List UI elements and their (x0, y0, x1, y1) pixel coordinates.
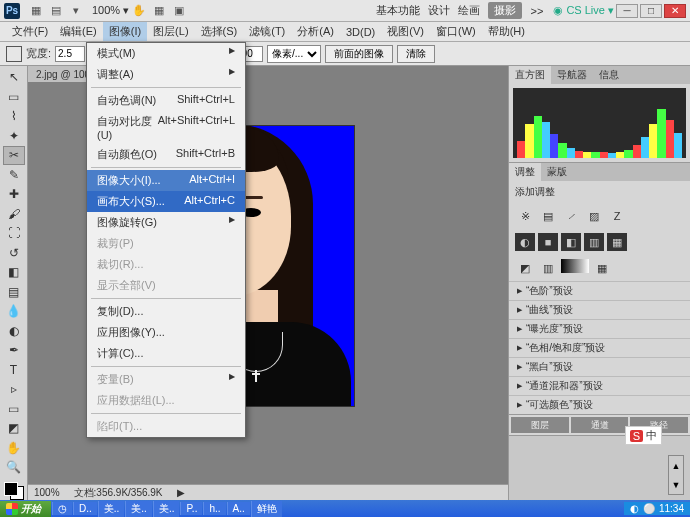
menu-item[interactable]: 图像大小(I)...Alt+Ctrl+I (87, 170, 245, 191)
workspace-photography[interactable]: 摄影 (488, 2, 522, 19)
menu-edit[interactable]: 编辑(E) (54, 22, 103, 41)
menu-filter[interactable]: 滤镜(T) (243, 22, 291, 41)
color-swatch[interactable] (4, 482, 24, 500)
marquee-tool[interactable]: ▭ (3, 88, 25, 107)
menu-item[interactable]: 自动对比度(U)Alt+Shift+Ctrl+L (87, 111, 245, 144)
preset-selective-color[interactable]: “可选颜色”预设 (509, 395, 690, 414)
menu-3d[interactable]: 3D(D) (340, 24, 381, 40)
menu-image[interactable]: 图像(I) (103, 22, 147, 41)
hand-tool[interactable]: ✋ (3, 439, 25, 458)
menu-item[interactable]: 模式(M) (87, 43, 245, 64)
menu-item[interactable]: 应用图像(Y)... (87, 322, 245, 343)
start-button[interactable]: 开始 (0, 501, 51, 517)
history-brush-tool[interactable]: ↺ (3, 244, 25, 263)
front-image-button[interactable]: 前面的图像 (325, 45, 393, 63)
posterize-icon[interactable]: ▥ (538, 259, 558, 277)
bw-icon[interactable]: ◧ (561, 233, 581, 251)
cs-live[interactable]: ◉ CS Live ▾ (553, 4, 614, 17)
type-tool[interactable]: T (3, 361, 25, 380)
tab-info[interactable]: 信息 (593, 66, 625, 84)
screen-mode-icon[interactable]: ▣ (170, 3, 188, 19)
tab-masks[interactable]: 蒙版 (541, 163, 573, 181)
menu-item[interactable]: 自动色调(N)Shift+Ctrl+L (87, 90, 245, 111)
clear-button[interactable]: 清除 (397, 45, 435, 63)
wand-tool[interactable]: ✦ (3, 127, 25, 146)
menu-help[interactable]: 帮助(H) (482, 22, 531, 41)
page-scroller[interactable]: ▲▼ (668, 455, 684, 495)
task-item[interactable]: 鲜艳 (251, 501, 282, 517)
curves-icon[interactable]: ⟋ (561, 207, 581, 225)
close-button[interactable]: ✕ (664, 4, 686, 18)
dodge-tool[interactable]: ◐ (3, 322, 25, 341)
menu-item[interactable]: 自动颜色(O)Shift+Ctrl+B (87, 144, 245, 165)
width-input[interactable] (55, 46, 85, 62)
path-tool[interactable]: ▹ (3, 380, 25, 399)
zoom-tool[interactable]: 🔍 (3, 458, 25, 477)
vibrance-icon[interactable]: Z (607, 207, 627, 225)
ime-indicator[interactable]: S中 (625, 426, 662, 445)
hand-icon[interactable]: ✋ (130, 3, 148, 19)
workspace-design[interactable]: 设计 (428, 3, 450, 18)
brightness-icon[interactable]: ※ (515, 207, 535, 225)
menu-item[interactable]: 图像旋转(G) (87, 212, 245, 233)
maximize-button[interactable]: □ (640, 4, 662, 18)
view-extras-icon[interactable]: ▾ (67, 3, 85, 19)
task-item[interactable]: h.. (203, 502, 225, 515)
preset-bw[interactable]: “黑白”预设 (509, 357, 690, 376)
channel-mixer-icon[interactable]: ▦ (607, 233, 627, 251)
preset-exposure[interactable]: “曝光度”预设 (509, 319, 690, 338)
mini-bridge-icon[interactable]: ▤ (47, 3, 65, 19)
zoom-display[interactable]: 100% ▾ (92, 4, 129, 17)
heal-tool[interactable]: ✚ (3, 185, 25, 204)
unit-select[interactable]: 像素/... (267, 45, 321, 63)
stamp-tool[interactable]: ⛶ (3, 224, 25, 243)
menu-item[interactable]: 计算(C)... (87, 343, 245, 364)
menu-item[interactable]: 复制(D)... (87, 301, 245, 322)
menu-layer[interactable]: 图层(L) (147, 22, 194, 41)
tab-histogram[interactable]: 直方图 (509, 66, 551, 84)
mini-channels[interactable]: 通道 (571, 417, 629, 433)
3d-tool[interactable]: ◩ (3, 419, 25, 438)
menu-select[interactable]: 选择(S) (195, 22, 244, 41)
crop-tool[interactable]: ✂ (3, 146, 25, 165)
preset-curves[interactable]: “曲线”预设 (509, 300, 690, 319)
status-zoom[interactable]: 100% (34, 487, 60, 498)
levels-icon[interactable]: ▤ (538, 207, 558, 225)
color-balance-icon[interactable]: ■ (538, 233, 558, 251)
preset-levels[interactable]: “色阶”预设 (509, 281, 690, 300)
preset-hue[interactable]: “色相/饱和度”预设 (509, 338, 690, 357)
move-tool[interactable]: ↖ (3, 68, 25, 87)
photo-filter-icon[interactable]: ▥ (584, 233, 604, 251)
mini-layers[interactable]: 图层 (511, 417, 569, 433)
task-item[interactable]: A.. (227, 502, 250, 515)
selective-color-icon[interactable]: ▦ (592, 259, 612, 277)
menu-analysis[interactable]: 分析(A) (291, 22, 340, 41)
menu-view[interactable]: 视图(V) (381, 22, 430, 41)
task-item[interactable]: D.. (73, 502, 97, 515)
bridge-icon[interactable]: ▦ (27, 3, 45, 19)
workspace-more[interactable]: >> (530, 5, 543, 17)
lasso-tool[interactable]: ⌇ (3, 107, 25, 126)
pen-tool[interactable]: ✒ (3, 341, 25, 360)
tab-adjustments[interactable]: 调整 (509, 163, 541, 181)
workspace-painting[interactable]: 绘画 (458, 3, 480, 18)
preset-channel-mixer[interactable]: “通道混和器”预设 (509, 376, 690, 395)
menu-file[interactable]: 文件(F) (6, 22, 54, 41)
workspace-essentials[interactable]: 基本功能 (376, 3, 420, 18)
menu-item[interactable]: 画布大小(S)...Alt+Ctrl+C (87, 191, 245, 212)
system-tray[interactable]: ◐⚪11:34 (624, 502, 690, 515)
brush-tool[interactable]: 🖌 (3, 205, 25, 224)
menu-item[interactable]: 调整(A) (87, 64, 245, 85)
invert-icon[interactable]: ◩ (515, 259, 535, 277)
task-item[interactable]: P.. (180, 502, 202, 515)
exposure-icon[interactable]: ▨ (584, 207, 604, 225)
gradient-tool[interactable]: ▤ (3, 283, 25, 302)
blur-tool[interactable]: 💧 (3, 302, 25, 321)
eraser-tool[interactable]: ◧ (3, 263, 25, 282)
task-item[interactable]: 美.. (98, 501, 125, 517)
eyedropper-tool[interactable]: ✎ (3, 166, 25, 185)
arrange-icon[interactable]: ▦ (150, 3, 168, 19)
task-item[interactable]: ◷ (52, 502, 72, 515)
menu-window[interactable]: 窗口(W) (430, 22, 482, 41)
gradient-map-icon[interactable] (561, 259, 589, 273)
